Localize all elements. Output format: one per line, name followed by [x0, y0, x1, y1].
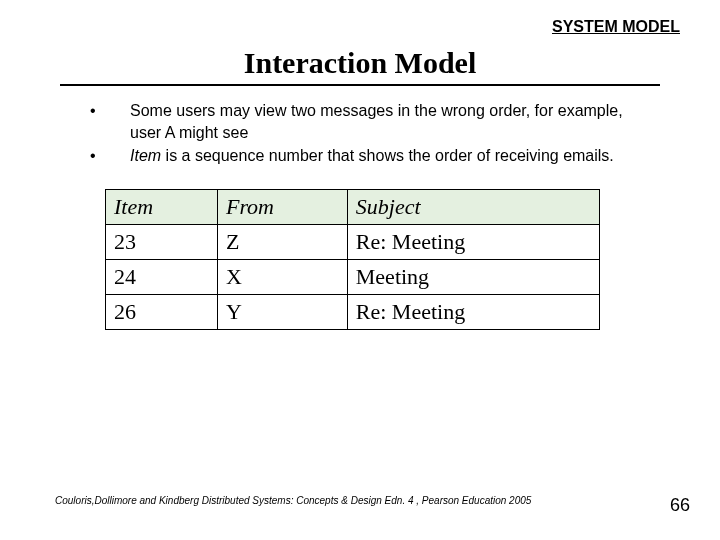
cell-subject: Meeting — [347, 259, 599, 294]
table-row: 24 X Meeting — [106, 259, 600, 294]
cell-item: 24 — [106, 259, 218, 294]
table-header-row: Item From Subject — [106, 189, 600, 224]
cell-from: Z — [217, 224, 347, 259]
list-item: Item is a sequence number that shows the… — [90, 145, 650, 167]
bullet-text: Some users may view two messages in the … — [130, 102, 623, 141]
col-header-item: Item — [106, 189, 218, 224]
cell-subject: Re: Meeting — [347, 224, 599, 259]
bullet-text: is a sequence number that shows the orde… — [161, 147, 614, 164]
title-rule: Interaction Model — [60, 46, 660, 86]
footer-citation: Couloris,Dollimore and Kindberg Distribu… — [55, 495, 531, 506]
table-row: 26 Y Re: Meeting — [106, 294, 600, 329]
page-title: Interaction Model — [60, 46, 660, 80]
email-table: Item From Subject 23 Z Re: Meeting 24 X … — [105, 189, 600, 330]
bullet-list: Some users may view two messages in the … — [90, 100, 650, 167]
cell-item: 26 — [106, 294, 218, 329]
list-item: Some users may view two messages in the … — [90, 100, 650, 143]
bullet-italic-lead: Item — [130, 147, 161, 164]
cell-from: X — [217, 259, 347, 294]
col-header-subject: Subject — [347, 189, 599, 224]
table-row: 23 Z Re: Meeting — [106, 224, 600, 259]
system-model-header: SYSTEM MODEL — [0, 0, 720, 36]
cell-item: 23 — [106, 224, 218, 259]
page-number: 66 — [670, 495, 690, 516]
cell-from: Y — [217, 294, 347, 329]
cell-subject: Re: Meeting — [347, 294, 599, 329]
col-header-from: From — [217, 189, 347, 224]
